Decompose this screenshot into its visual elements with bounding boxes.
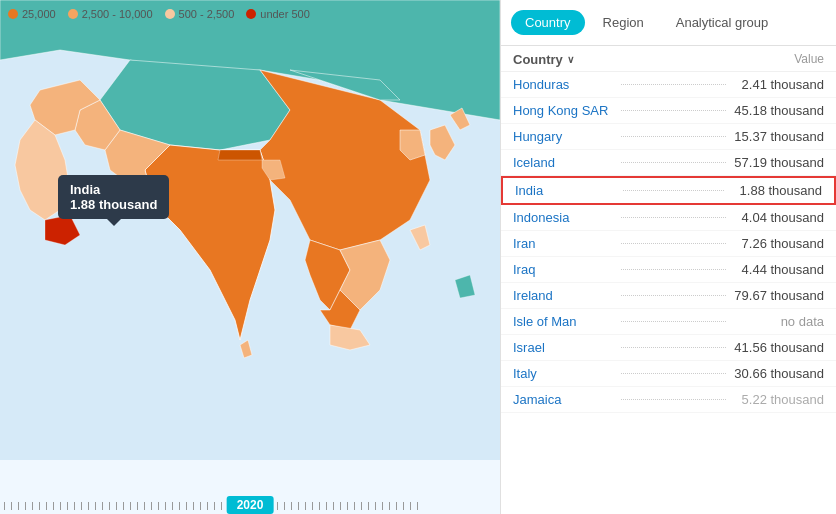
row-country-name: Italy [513,366,613,381]
row-dots [621,373,726,374]
legend-dot-25000 [8,9,18,19]
legend-item-500: 500 - 2,500 [165,8,235,20]
row-country-name: Honduras [513,77,613,92]
row-value: 1.88 thousand [732,183,822,198]
row-value: 4.44 thousand [734,262,824,277]
table-row[interactable]: Hungary15.37 thousand [501,124,836,150]
table-header: Country ∨ Value [501,46,836,72]
row-value: 41.56 thousand [734,340,824,355]
row-dots [621,162,726,163]
row-value: 57.19 thousand [734,155,824,170]
table-row[interactable]: Iceland57.19 thousand [501,150,836,176]
row-dots [621,110,726,111]
table-row[interactable]: Italy30.66 thousand [501,361,836,387]
table-row[interactable]: Indonesia4.04 thousand [501,205,836,231]
legend-label-under500: under 500 [260,8,310,20]
row-dots [621,321,726,322]
chevron-down-icon: ∨ [567,54,574,65]
legend-dot-2500 [68,9,78,19]
table-row[interactable]: Iran7.26 thousand [501,231,836,257]
legend-item-2500: 2,500 - 10,000 [68,8,153,20]
row-country-name: Iceland [513,155,613,170]
tab-country[interactable]: Country [511,10,585,35]
tab-region[interactable]: Region [589,10,658,35]
row-value: 30.66 thousand [734,366,824,381]
row-country-name: Hong Kong SAR [513,103,613,118]
row-dots [621,136,726,137]
main-container: 25,000 2,500 - 10,000 500 - 2,500 under … [0,0,836,514]
row-country-name: Isle of Man [513,314,613,329]
legend-label-2500: 2,500 - 10,000 [82,8,153,20]
row-dots [621,243,726,244]
row-dots [621,295,726,296]
map-section: 25,000 2,500 - 10,000 500 - 2,500 under … [0,0,500,514]
row-country-name: Iran [513,236,613,251]
row-country-name: Hungary [513,129,613,144]
row-dots [623,190,724,191]
table-row[interactable]: Israel41.56 thousand [501,335,836,361]
map-svg [0,0,500,484]
row-value: 45.18 thousand [734,103,824,118]
legend-item-under500: under 500 [246,8,310,20]
row-value: no data [734,314,824,329]
value-column-header: Value [794,52,824,67]
row-dots [621,269,726,270]
row-country-name: Jamaica [513,392,613,407]
legend: 25,000 2,500 - 10,000 500 - 2,500 under … [8,8,310,20]
table-row[interactable]: India1.88 thousand [501,176,836,205]
row-value: 79.67 thousand [734,288,824,303]
country-column-header[interactable]: Country ∨ [513,52,574,67]
row-country-name: Israel [513,340,613,355]
row-dots [621,347,726,348]
legend-dot-under500 [246,9,256,19]
table-row[interactable]: Jamaica5.22 thousand [501,387,836,413]
right-panel: Country Region Analytical group Country … [500,0,836,514]
table-row[interactable]: Honduras2.41 thousand [501,72,836,98]
table-container: Honduras2.41 thousandHong Kong SAR45.18 … [501,72,836,514]
row-value: 7.26 thousand [734,236,824,251]
row-country-name: Indonesia [513,210,613,225]
legend-dot-500 [165,9,175,19]
timeline-year-badge[interactable]: 2020 [227,496,274,514]
row-value: 2.41 thousand [734,77,824,92]
table-row[interactable]: Isle of Manno data [501,309,836,335]
row-country-name: India [515,183,615,198]
row-country-name: Ireland [513,288,613,303]
table-row[interactable]: Iraq4.44 thousand [501,257,836,283]
timeline-bar: // Will render via JS below 2020 [0,484,500,514]
tab-analytical[interactable]: Analytical group [662,10,783,35]
row-value: 15.37 thousand [734,129,824,144]
row-dots [621,84,726,85]
legend-item-25000: 25,000 [8,8,56,20]
row-dots [621,217,726,218]
row-dots [621,399,726,400]
legend-label-500: 500 - 2,500 [179,8,235,20]
row-value: 5.22 thousand [734,392,824,407]
table-row[interactable]: Hong Kong SAR45.18 thousand [501,98,836,124]
legend-label-25000: 25,000 [22,8,56,20]
table-row[interactable]: Ireland79.67 thousand [501,283,836,309]
row-country-name: Iraq [513,262,613,277]
country-header-label: Country [513,52,563,67]
row-value: 4.04 thousand [734,210,824,225]
tabs-row: Country Region Analytical group [501,0,836,46]
